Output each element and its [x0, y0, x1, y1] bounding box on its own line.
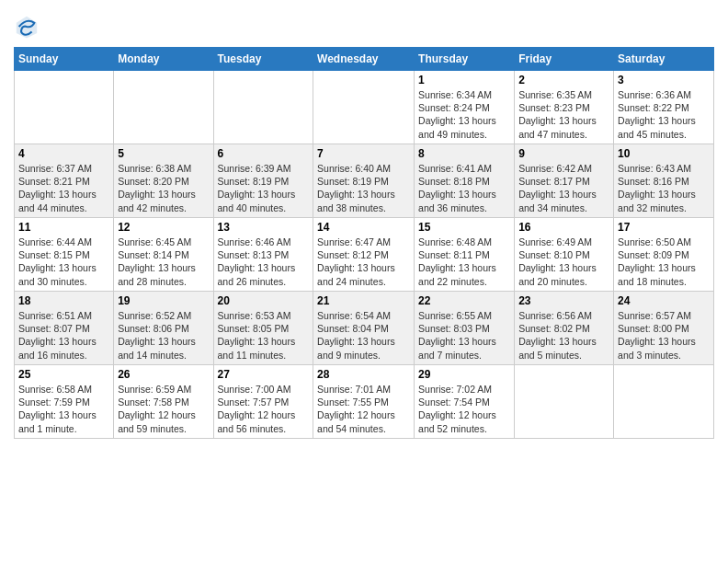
calendar-week-row: 4Sunrise: 6:37 AMSunset: 8:21 PMDaylight… [15, 144, 714, 218]
day-number: 13 [218, 221, 310, 234]
calendar-cell: 9Sunrise: 6:42 AMSunset: 8:17 PMDaylight… [515, 144, 614, 218]
calendar-week-row: 1Sunrise: 6:34 AMSunset: 8:24 PMDaylight… [15, 71, 714, 144]
day-info: Sunrise: 6:59 AMSunset: 7:58 PMDaylight:… [118, 383, 209, 435]
calendar-cell: 15Sunrise: 6:48 AMSunset: 8:11 PMDayligh… [415, 218, 515, 292]
calendar-cell [15, 71, 114, 144]
day-number: 20 [218, 294, 310, 307]
col-header-thursday: Thursday [415, 48, 515, 71]
day-number: 16 [518, 221, 609, 234]
calendar-cell: 8Sunrise: 6:41 AMSunset: 8:18 PMDaylight… [415, 144, 515, 218]
calendar-cell: 28Sunrise: 7:01 AMSunset: 7:55 PMDayligh… [313, 365, 415, 439]
calendar-cell [614, 365, 714, 439]
day-info: Sunrise: 6:58 AMSunset: 7:59 PMDaylight:… [18, 383, 109, 435]
day-info: Sunrise: 6:43 AMSunset: 8:16 PMDaylight:… [618, 162, 710, 214]
day-number: 18 [18, 294, 109, 307]
calendar-week-row: 18Sunrise: 6:51 AMSunset: 8:07 PMDayligh… [15, 292, 714, 365]
calendar-cell: 3Sunrise: 6:36 AMSunset: 8:22 PMDaylight… [614, 71, 714, 144]
day-number: 5 [118, 147, 209, 160]
day-number: 2 [518, 74, 609, 86]
day-number: 15 [418, 221, 510, 234]
day-number: 19 [118, 294, 209, 307]
day-info: Sunrise: 6:57 AMSunset: 8:00 PMDaylight:… [618, 309, 710, 362]
day-number: 12 [118, 221, 209, 234]
logo [14, 14, 43, 40]
col-header-sunday: Sunday [15, 48, 114, 71]
calendar-header-row: SundayMondayTuesdayWednesdayThursdayFrid… [15, 48, 714, 71]
calendar-cell: 23Sunrise: 6:56 AMSunset: 8:02 PMDayligh… [515, 292, 614, 365]
calendar-cell: 13Sunrise: 6:46 AMSunset: 8:13 PMDayligh… [213, 218, 313, 292]
day-info: Sunrise: 6:34 AMSunset: 8:24 PMDaylight:… [418, 88, 510, 141]
day-number: 28 [317, 368, 410, 381]
calendar-cell: 14Sunrise: 6:47 AMSunset: 8:12 PMDayligh… [313, 218, 415, 292]
day-number: 6 [218, 147, 310, 160]
day-info: Sunrise: 6:46 AMSunset: 8:13 PMDaylight:… [218, 236, 310, 288]
calendar-week-row: 11Sunrise: 6:44 AMSunset: 8:15 PMDayligh… [15, 218, 714, 292]
calendar-cell [114, 71, 213, 144]
day-info: Sunrise: 6:44 AMSunset: 8:15 PMDaylight:… [18, 236, 109, 288]
day-info: Sunrise: 6:36 AMSunset: 8:22 PMDaylight:… [618, 88, 710, 141]
calendar-cell: 22Sunrise: 6:55 AMSunset: 8:03 PMDayligh… [415, 292, 515, 365]
calendar-cell: 1Sunrise: 6:34 AMSunset: 8:24 PMDaylight… [415, 71, 515, 144]
calendar-cell: 11Sunrise: 6:44 AMSunset: 8:15 PMDayligh… [15, 218, 114, 292]
day-number: 9 [518, 147, 609, 160]
calendar-week-row: 25Sunrise: 6:58 AMSunset: 7:59 PMDayligh… [15, 365, 714, 439]
day-info: Sunrise: 6:50 AMSunset: 8:09 PMDaylight:… [618, 236, 710, 288]
day-info: Sunrise: 6:42 AMSunset: 8:17 PMDaylight:… [518, 162, 609, 214]
calendar-cell [213, 71, 313, 144]
day-number: 21 [317, 294, 410, 307]
calendar-cell: 18Sunrise: 6:51 AMSunset: 8:07 PMDayligh… [15, 292, 114, 365]
day-info: Sunrise: 7:01 AMSunset: 7:55 PMDaylight:… [317, 383, 410, 435]
day-info: Sunrise: 6:35 AMSunset: 8:23 PMDaylight:… [518, 88, 609, 141]
calendar-cell: 19Sunrise: 6:52 AMSunset: 8:06 PMDayligh… [114, 292, 213, 365]
calendar-cell: 4Sunrise: 6:37 AMSunset: 8:21 PMDaylight… [15, 144, 114, 218]
calendar-cell: 27Sunrise: 7:00 AMSunset: 7:57 PMDayligh… [213, 365, 313, 439]
day-info: Sunrise: 6:49 AMSunset: 8:10 PMDaylight:… [518, 236, 609, 288]
calendar-cell: 21Sunrise: 6:54 AMSunset: 8:04 PMDayligh… [313, 292, 415, 365]
day-number: 1 [418, 74, 510, 86]
day-number: 27 [218, 368, 310, 381]
day-number: 7 [317, 147, 410, 160]
calendar-cell: 5Sunrise: 6:38 AMSunset: 8:20 PMDaylight… [114, 144, 213, 218]
calendar-cell: 25Sunrise: 6:58 AMSunset: 7:59 PMDayligh… [15, 365, 114, 439]
calendar-cell: 16Sunrise: 6:49 AMSunset: 8:10 PMDayligh… [515, 218, 614, 292]
page-header [14, 9, 714, 40]
calendar-cell: 26Sunrise: 6:59 AMSunset: 7:58 PMDayligh… [114, 365, 213, 439]
day-info: Sunrise: 6:48 AMSunset: 8:11 PMDaylight:… [418, 236, 510, 288]
calendar-cell: 12Sunrise: 6:45 AMSunset: 8:14 PMDayligh… [114, 218, 213, 292]
calendar-cell: 2Sunrise: 6:35 AMSunset: 8:23 PMDaylight… [515, 71, 614, 144]
day-info: Sunrise: 6:45 AMSunset: 8:14 PMDaylight:… [118, 236, 209, 288]
day-number: 29 [418, 368, 510, 381]
day-info: Sunrise: 6:53 AMSunset: 8:05 PMDaylight:… [218, 309, 310, 362]
calendar-cell [313, 71, 415, 144]
calendar-cell: 7Sunrise: 6:40 AMSunset: 8:19 PMDaylight… [313, 144, 415, 218]
day-info: Sunrise: 7:00 AMSunset: 7:57 PMDaylight:… [218, 383, 310, 435]
col-header-wednesday: Wednesday [313, 48, 415, 71]
day-info: Sunrise: 6:41 AMSunset: 8:18 PMDaylight:… [418, 162, 510, 214]
day-info: Sunrise: 6:38 AMSunset: 8:20 PMDaylight:… [118, 162, 209, 214]
day-number: 17 [618, 221, 710, 234]
calendar-cell: 10Sunrise: 6:43 AMSunset: 8:16 PMDayligh… [614, 144, 714, 218]
calendar-cell [515, 365, 614, 439]
day-number: 25 [18, 368, 109, 381]
day-info: Sunrise: 7:02 AMSunset: 7:54 PMDaylight:… [418, 383, 510, 435]
day-number: 11 [18, 221, 109, 234]
day-number: 14 [317, 221, 410, 234]
day-number: 23 [518, 294, 609, 307]
col-header-monday: Monday [114, 48, 213, 71]
logo-icon [14, 14, 40, 40]
day-number: 8 [418, 147, 510, 160]
day-number: 24 [618, 294, 710, 307]
calendar-cell: 29Sunrise: 7:02 AMSunset: 7:54 PMDayligh… [415, 365, 515, 439]
day-info: Sunrise: 6:52 AMSunset: 8:06 PMDaylight:… [118, 309, 209, 362]
day-number: 3 [618, 74, 710, 86]
day-number: 26 [118, 368, 209, 381]
calendar-cell: 6Sunrise: 6:39 AMSunset: 8:19 PMDaylight… [213, 144, 313, 218]
day-number: 4 [18, 147, 109, 160]
col-header-tuesday: Tuesday [213, 48, 313, 71]
day-info: Sunrise: 6:56 AMSunset: 8:02 PMDaylight:… [518, 309, 609, 362]
calendar-cell: 20Sunrise: 6:53 AMSunset: 8:05 PMDayligh… [213, 292, 313, 365]
calendar-cell: 24Sunrise: 6:57 AMSunset: 8:00 PMDayligh… [614, 292, 714, 365]
day-info: Sunrise: 6:37 AMSunset: 8:21 PMDaylight:… [18, 162, 109, 214]
calendar-table: SundayMondayTuesdayWednesdayThursdayFrid… [14, 47, 714, 439]
col-header-saturday: Saturday [614, 48, 714, 71]
